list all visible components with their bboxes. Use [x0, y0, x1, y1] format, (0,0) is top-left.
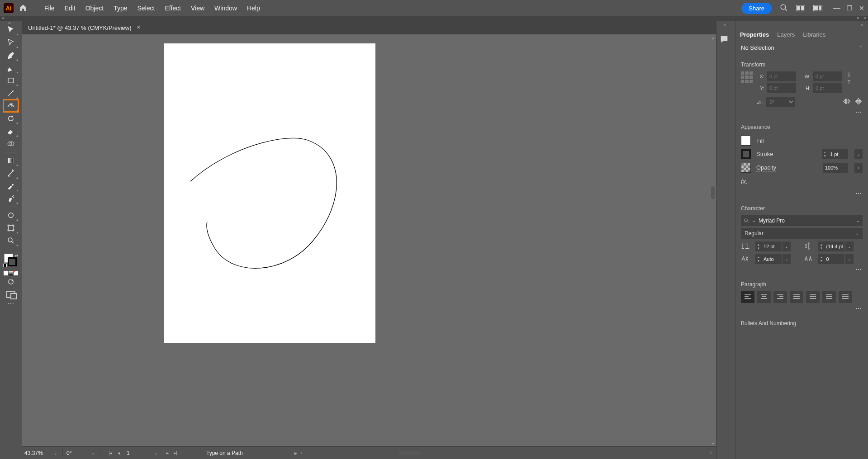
pen-tool[interactable] — [3, 49, 19, 62]
draw-mode-icon[interactable] — [3, 275, 19, 288]
x-field[interactable] — [767, 71, 796, 81]
status-play-icon[interactable]: ▸ — [294, 450, 297, 456]
constrain-proportions-icon[interactable] — [846, 71, 853, 90]
comments-icon[interactable] — [719, 34, 733, 48]
rotation-dropdown-icon[interactable]: ⌄ — [90, 450, 96, 456]
artboard-tool[interactable] — [3, 222, 19, 234]
font-family-input[interactable] — [759, 218, 854, 224]
menu-help[interactable]: Help — [242, 3, 265, 14]
artboard-dropdown-icon[interactable]: ⌄ — [153, 450, 159, 456]
menu-select[interactable]: Select — [133, 3, 160, 14]
h-scroll-thumb[interactable] — [398, 451, 421, 455]
rotation-field[interactable] — [66, 450, 88, 456]
prev-artboard-icon[interactable]: ◂ — [115, 450, 122, 457]
paragraph-more-options[interactable]: ⋯ — [741, 303, 863, 314]
opacity-swatch[interactable] — [741, 163, 751, 173]
eyedropper-tool[interactable] — [3, 180, 19, 192]
selection-tool[interactable] — [3, 24, 19, 36]
opacity-dropdown-icon[interactable]: › — [854, 163, 863, 173]
type-tool[interactable] — [3, 99, 19, 112]
stroke-label[interactable]: Stroke — [756, 151, 773, 158]
font-size-stepper[interactable]: ▴▾ — [755, 241, 782, 251]
scroll-up-icon[interactable]: ▴ — [710, 34, 716, 41]
leading-stepper[interactable]: ▴▾ — [818, 241, 844, 251]
font-size-dropdown-icon[interactable]: ⌄ — [783, 241, 791, 251]
font-family-field[interactable]: ⌄ ⌄ — [741, 215, 863, 226]
opacity-label[interactable]: Opacity — [756, 164, 776, 172]
justify-left-button[interactable] — [790, 291, 803, 303]
align-left-button[interactable] — [741, 291, 754, 303]
eraser-tool[interactable] — [3, 125, 19, 137]
share-button[interactable]: Share — [741, 3, 772, 14]
search-icon[interactable] — [780, 4, 788, 13]
align-center-button[interactable] — [757, 291, 771, 303]
h-field[interactable] — [813, 83, 842, 93]
justify-all-button[interactable] — [839, 291, 852, 303]
scroll-thumb[interactable] — [711, 186, 715, 199]
menu-file[interactable]: File — [40, 3, 59, 14]
justify-right-button[interactable] — [822, 291, 836, 303]
artboard[interactable] — [164, 43, 375, 343]
kerning-dropdown-icon[interactable]: ⌄ — [783, 254, 791, 264]
font-dropdown-icon[interactable]: ⌄ — [856, 218, 860, 223]
fx-label[interactable]: fx. — [741, 178, 748, 185]
leading-field[interactable] — [825, 244, 844, 249]
gradient-tool[interactable] — [3, 154, 19, 167]
next-artboard-icon[interactable]: ▸ — [164, 450, 171, 457]
first-artboard-icon[interactable]: |◂ — [107, 450, 114, 457]
stroke-weight-stepper[interactable]: ▴▾ — [822, 149, 848, 159]
selection-menu-icon[interactable]: ⌃ — [859, 45, 863, 51]
appearance-more-options[interactable]: ⋯ — [741, 188, 863, 199]
zoom-tool[interactable] — [3, 234, 19, 247]
y-field[interactable] — [767, 83, 796, 93]
tab-layers[interactable]: Layers — [777, 31, 795, 41]
flip-horizontal-icon[interactable] — [843, 98, 851, 106]
width-tool[interactable] — [3, 167, 19, 180]
opacity-field[interactable] — [823, 163, 848, 173]
color-mode-row[interactable] — [4, 271, 18, 275]
canvas-viewport[interactable]: ▴ ▾ — [22, 34, 716, 446]
font-style-dropdown-icon[interactable]: ⌄ — [855, 231, 859, 236]
w-field[interactable] — [813, 71, 842, 81]
zoom-dropdown-icon[interactable]: ⌄ — [52, 450, 59, 456]
rotate-tool[interactable] — [3, 112, 19, 125]
rectangle-tool[interactable] — [3, 74, 19, 87]
scroll-down-icon[interactable]: ▾ — [710, 440, 716, 446]
workspace-switcher-icon[interactable] — [813, 5, 822, 11]
ellipse-tool[interactable] — [3, 209, 19, 222]
window-restore-icon[interactable]: ❐ — [847, 5, 853, 12]
window-minimize-icon[interactable]: — — [833, 4, 840, 12]
font-style-field[interactable]: Regular ⌄ — [741, 228, 863, 239]
menu-window[interactable]: Window — [210, 3, 242, 14]
arrange-documents-icon[interactable] — [796, 5, 805, 11]
edit-toolbar-button[interactable]: ⋯ — [8, 300, 14, 307]
reference-point-picker[interactable] — [741, 71, 753, 83]
tab-properties[interactable]: Properties — [740, 31, 769, 41]
angle-field[interactable]: 0° — [766, 97, 795, 107]
font-size-field[interactable] — [762, 244, 782, 249]
transform-more-options[interactable]: ⋯ — [741, 107, 863, 118]
character-more-options[interactable]: ⋯ — [741, 264, 863, 275]
justify-center-button[interactable] — [806, 291, 820, 303]
window-close-icon[interactable]: ✕ — [859, 5, 864, 12]
stroke-weight-field[interactable] — [828, 151, 848, 157]
curvature-tool[interactable] — [3, 62, 19, 74]
default-fill-stroke-icon[interactable] — [3, 264, 7, 267]
leading-dropdown-icon[interactable]: ⌄ — [845, 241, 854, 251]
tracking-stepper[interactable]: ▴▾ — [818, 254, 844, 264]
stroke-color-swatch[interactable] — [741, 149, 751, 159]
tracking-dropdown-icon[interactable]: ⌄ — [845, 254, 854, 264]
close-tab-icon[interactable]: × — [137, 24, 140, 31]
screen-mode-icon[interactable] — [6, 291, 15, 298]
menu-view[interactable]: View — [186, 3, 209, 14]
fill-color-swatch[interactable] — [741, 136, 751, 146]
artboard-number-field[interactable] — [124, 450, 151, 456]
menu-effect[interactable]: Effect — [160, 3, 185, 14]
direct-selection-tool[interactable] — [3, 36, 19, 49]
menu-object[interactable]: Object — [81, 3, 108, 14]
tracking-field[interactable] — [825, 256, 844, 262]
shape-builder-tool[interactable] — [3, 137, 19, 150]
menu-edit[interactable]: Edit — [60, 3, 80, 14]
tab-libraries[interactable]: Libraries — [803, 31, 825, 41]
last-artboard-icon[interactable]: ▸| — [172, 450, 179, 457]
